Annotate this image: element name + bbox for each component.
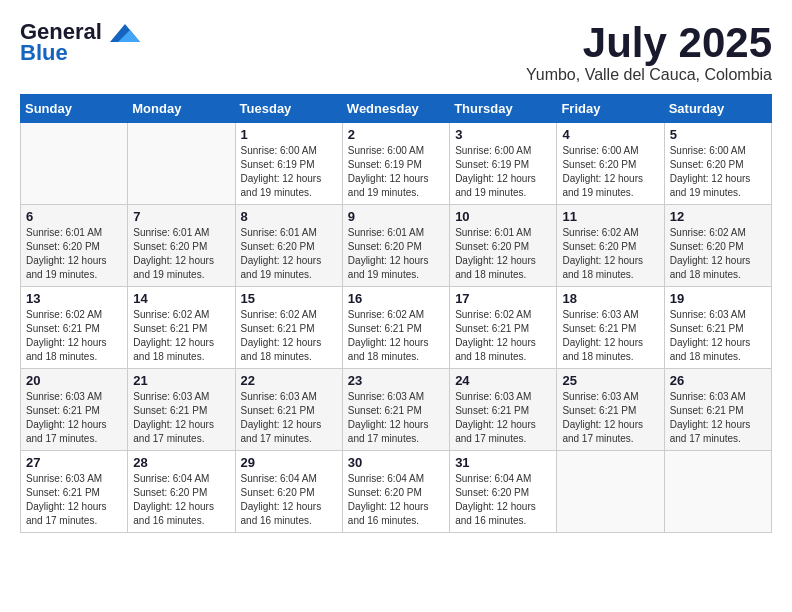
day-info: Sunrise: 6:03 AM Sunset: 6:21 PM Dayligh… <box>133 390 229 446</box>
calendar-cell: 12Sunrise: 6:02 AM Sunset: 6:20 PM Dayli… <box>664 205 771 287</box>
day-info: Sunrise: 6:00 AM Sunset: 6:19 PM Dayligh… <box>348 144 444 200</box>
day-number: 24 <box>455 373 551 388</box>
calendar-cell <box>128 123 235 205</box>
day-info: Sunrise: 6:00 AM Sunset: 6:19 PM Dayligh… <box>241 144 337 200</box>
calendar-cell: 6Sunrise: 6:01 AM Sunset: 6:20 PM Daylig… <box>21 205 128 287</box>
calendar-cell: 16Sunrise: 6:02 AM Sunset: 6:21 PM Dayli… <box>342 287 449 369</box>
day-number: 13 <box>26 291 122 306</box>
week-row-4: 20Sunrise: 6:03 AM Sunset: 6:21 PM Dayli… <box>21 369 772 451</box>
day-number: 10 <box>455 209 551 224</box>
day-info: Sunrise: 6:00 AM Sunset: 6:19 PM Dayligh… <box>455 144 551 200</box>
calendar-cell: 31Sunrise: 6:04 AM Sunset: 6:20 PM Dayli… <box>450 451 557 533</box>
day-number: 1 <box>241 127 337 142</box>
day-info: Sunrise: 6:03 AM Sunset: 6:21 PM Dayligh… <box>562 308 658 364</box>
day-info: Sunrise: 6:04 AM Sunset: 6:20 PM Dayligh… <box>133 472 229 528</box>
week-row-5: 27Sunrise: 6:03 AM Sunset: 6:21 PM Dayli… <box>21 451 772 533</box>
calendar-cell: 11Sunrise: 6:02 AM Sunset: 6:20 PM Dayli… <box>557 205 664 287</box>
day-info: Sunrise: 6:04 AM Sunset: 6:20 PM Dayligh… <box>455 472 551 528</box>
day-info: Sunrise: 6:04 AM Sunset: 6:20 PM Dayligh… <box>348 472 444 528</box>
day-number: 20 <box>26 373 122 388</box>
calendar-cell: 27Sunrise: 6:03 AM Sunset: 6:21 PM Dayli… <box>21 451 128 533</box>
day-number: 21 <box>133 373 229 388</box>
day-number: 30 <box>348 455 444 470</box>
calendar-cell: 24Sunrise: 6:03 AM Sunset: 6:21 PM Dayli… <box>450 369 557 451</box>
page-header: General Blue July 2025 Yumbo, Valle del … <box>20 20 772 84</box>
calendar-cell: 5Sunrise: 6:00 AM Sunset: 6:20 PM Daylig… <box>664 123 771 205</box>
day-number: 28 <box>133 455 229 470</box>
day-number: 2 <box>348 127 444 142</box>
day-number: 7 <box>133 209 229 224</box>
weekday-header-friday: Friday <box>557 95 664 123</box>
calendar-cell <box>557 451 664 533</box>
weekday-header-tuesday: Tuesday <box>235 95 342 123</box>
day-info: Sunrise: 6:01 AM Sunset: 6:20 PM Dayligh… <box>455 226 551 282</box>
day-number: 17 <box>455 291 551 306</box>
day-info: Sunrise: 6:02 AM Sunset: 6:21 PM Dayligh… <box>26 308 122 364</box>
month-title: July 2025 <box>526 20 772 66</box>
day-number: 26 <box>670 373 766 388</box>
day-number: 31 <box>455 455 551 470</box>
calendar-cell: 25Sunrise: 6:03 AM Sunset: 6:21 PM Dayli… <box>557 369 664 451</box>
calendar-cell: 7Sunrise: 6:01 AM Sunset: 6:20 PM Daylig… <box>128 205 235 287</box>
day-number: 12 <box>670 209 766 224</box>
calendar-cell: 30Sunrise: 6:04 AM Sunset: 6:20 PM Dayli… <box>342 451 449 533</box>
day-number: 5 <box>670 127 766 142</box>
calendar-cell: 18Sunrise: 6:03 AM Sunset: 6:21 PM Dayli… <box>557 287 664 369</box>
day-info: Sunrise: 6:02 AM Sunset: 6:21 PM Dayligh… <box>348 308 444 364</box>
day-info: Sunrise: 6:02 AM Sunset: 6:20 PM Dayligh… <box>562 226 658 282</box>
day-number: 19 <box>670 291 766 306</box>
day-info: Sunrise: 6:03 AM Sunset: 6:21 PM Dayligh… <box>26 472 122 528</box>
week-row-2: 6Sunrise: 6:01 AM Sunset: 6:20 PM Daylig… <box>21 205 772 287</box>
day-info: Sunrise: 6:01 AM Sunset: 6:20 PM Dayligh… <box>133 226 229 282</box>
week-row-1: 1Sunrise: 6:00 AM Sunset: 6:19 PM Daylig… <box>21 123 772 205</box>
calendar-cell: 4Sunrise: 6:00 AM Sunset: 6:20 PM Daylig… <box>557 123 664 205</box>
calendar-cell: 26Sunrise: 6:03 AM Sunset: 6:21 PM Dayli… <box>664 369 771 451</box>
weekday-header-monday: Monday <box>128 95 235 123</box>
day-info: Sunrise: 6:02 AM Sunset: 6:20 PM Dayligh… <box>670 226 766 282</box>
day-number: 23 <box>348 373 444 388</box>
calendar-cell: 17Sunrise: 6:02 AM Sunset: 6:21 PM Dayli… <box>450 287 557 369</box>
calendar-cell <box>21 123 128 205</box>
title-block: July 2025 Yumbo, Valle del Cauca, Colomb… <box>526 20 772 84</box>
calendar-cell: 2Sunrise: 6:00 AM Sunset: 6:19 PM Daylig… <box>342 123 449 205</box>
calendar-cell: 15Sunrise: 6:02 AM Sunset: 6:21 PM Dayli… <box>235 287 342 369</box>
day-number: 25 <box>562 373 658 388</box>
day-info: Sunrise: 6:03 AM Sunset: 6:21 PM Dayligh… <box>670 308 766 364</box>
calendar-cell: 9Sunrise: 6:01 AM Sunset: 6:20 PM Daylig… <box>342 205 449 287</box>
day-number: 27 <box>26 455 122 470</box>
day-number: 29 <box>241 455 337 470</box>
day-number: 22 <box>241 373 337 388</box>
day-number: 15 <box>241 291 337 306</box>
calendar-cell: 21Sunrise: 6:03 AM Sunset: 6:21 PM Dayli… <box>128 369 235 451</box>
day-number: 8 <box>241 209 337 224</box>
logo: General Blue <box>20 20 140 66</box>
day-info: Sunrise: 6:03 AM Sunset: 6:21 PM Dayligh… <box>562 390 658 446</box>
day-number: 16 <box>348 291 444 306</box>
calendar-cell: 23Sunrise: 6:03 AM Sunset: 6:21 PM Dayli… <box>342 369 449 451</box>
day-number: 18 <box>562 291 658 306</box>
weekday-header-row: SundayMondayTuesdayWednesdayThursdayFrid… <box>21 95 772 123</box>
calendar-cell: 8Sunrise: 6:01 AM Sunset: 6:20 PM Daylig… <box>235 205 342 287</box>
day-info: Sunrise: 6:02 AM Sunset: 6:21 PM Dayligh… <box>241 308 337 364</box>
calendar-cell: 22Sunrise: 6:03 AM Sunset: 6:21 PM Dayli… <box>235 369 342 451</box>
week-row-3: 13Sunrise: 6:02 AM Sunset: 6:21 PM Dayli… <box>21 287 772 369</box>
weekday-header-sunday: Sunday <box>21 95 128 123</box>
day-info: Sunrise: 6:01 AM Sunset: 6:20 PM Dayligh… <box>26 226 122 282</box>
day-number: 11 <box>562 209 658 224</box>
calendar-cell: 3Sunrise: 6:00 AM Sunset: 6:19 PM Daylig… <box>450 123 557 205</box>
weekday-header-thursday: Thursday <box>450 95 557 123</box>
calendar-cell: 13Sunrise: 6:02 AM Sunset: 6:21 PM Dayli… <box>21 287 128 369</box>
calendar-cell <box>664 451 771 533</box>
day-number: 14 <box>133 291 229 306</box>
day-info: Sunrise: 6:03 AM Sunset: 6:21 PM Dayligh… <box>670 390 766 446</box>
calendar-table: SundayMondayTuesdayWednesdayThursdayFrid… <box>20 94 772 533</box>
day-number: 4 <box>562 127 658 142</box>
day-number: 3 <box>455 127 551 142</box>
day-info: Sunrise: 6:03 AM Sunset: 6:21 PM Dayligh… <box>241 390 337 446</box>
day-info: Sunrise: 6:03 AM Sunset: 6:21 PM Dayligh… <box>26 390 122 446</box>
calendar-cell: 29Sunrise: 6:04 AM Sunset: 6:20 PM Dayli… <box>235 451 342 533</box>
day-info: Sunrise: 6:00 AM Sunset: 6:20 PM Dayligh… <box>670 144 766 200</box>
day-info: Sunrise: 6:02 AM Sunset: 6:21 PM Dayligh… <box>455 308 551 364</box>
day-info: Sunrise: 6:03 AM Sunset: 6:21 PM Dayligh… <box>348 390 444 446</box>
calendar-cell: 14Sunrise: 6:02 AM Sunset: 6:21 PM Dayli… <box>128 287 235 369</box>
